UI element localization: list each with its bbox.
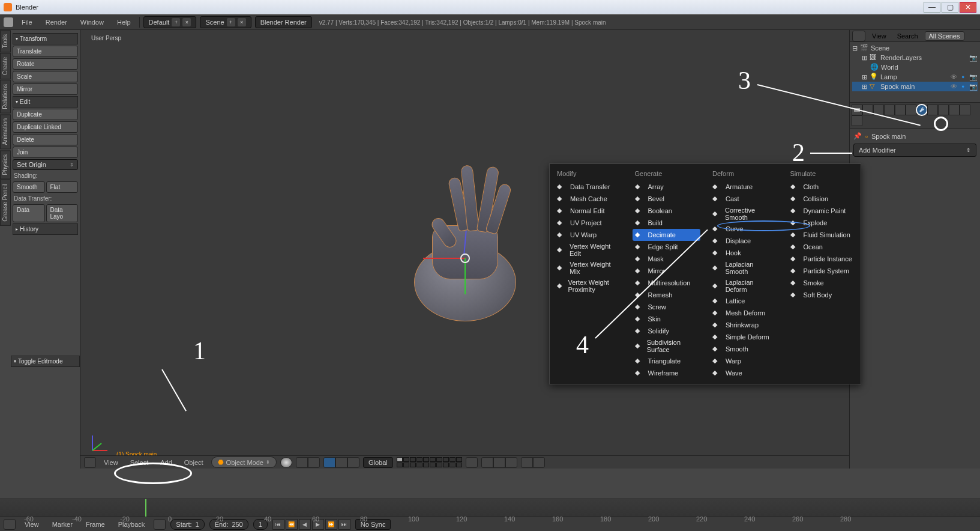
history-header[interactable]: History bbox=[13, 223, 78, 235]
mesh-object-hand[interactable] bbox=[399, 141, 531, 321]
duplicate-button[interactable]: Duplicate bbox=[13, 109, 78, 120]
auto-keyframe-icon[interactable] bbox=[154, 519, 166, 530]
pivot-toggle[interactable] bbox=[308, 457, 320, 468]
toggle-editmode-header[interactable]: Toggle Editmode bbox=[11, 356, 80, 367]
tab-grease-pencil[interactable]: Grease Pencil bbox=[0, 180, 11, 226]
modifier-item-vertex-weight-edit[interactable]: ◆Vertex Weight Edit bbox=[555, 241, 623, 259]
pin-icon[interactable]: 📌 bbox=[853, 132, 862, 140]
add-menu[interactable]: Add bbox=[156, 458, 176, 467]
tab-material-icon[interactable] bbox=[938, 105, 949, 115]
outliner-view-menu[interactable]: View bbox=[868, 31, 891, 41]
modifier-item-armature[interactable]: ◆Armature bbox=[710, 181, 778, 193]
edit-header[interactable]: Edit bbox=[13, 96, 78, 108]
modifier-item-collision[interactable]: ◆Collision bbox=[788, 193, 856, 205]
tab-create[interactable]: Create bbox=[0, 53, 11, 79]
render-anim-icon[interactable] bbox=[533, 457, 545, 468]
delete-button[interactable]: Delete bbox=[13, 134, 78, 145]
tree-world[interactable]: 🌐World bbox=[852, 62, 978, 72]
translate-button[interactable]: Translate bbox=[13, 46, 78, 57]
modifier-item-vertex-weight-mix[interactable]: ◆Vertex Weight Mix bbox=[555, 259, 623, 277]
object-menu[interactable]: Object bbox=[180, 458, 208, 467]
modifier-item-subdivision-surface[interactable]: ◆Subdivision Surface bbox=[633, 337, 701, 355]
scene-add-icon[interactable]: + bbox=[227, 18, 235, 26]
tab-object-icon[interactable] bbox=[895, 105, 906, 115]
timeline-frame-menu[interactable]: Frame bbox=[82, 520, 109, 529]
modifier-item-skin[interactable]: ◆Skin bbox=[633, 313, 701, 325]
modifier-item-laplacian-smooth[interactable]: ◆Laplacian Smooth bbox=[710, 259, 778, 277]
set-origin-select[interactable]: Set Origin bbox=[13, 159, 78, 170]
modifier-item-build[interactable]: ◆Build bbox=[633, 217, 701, 229]
tab-texture-icon[interactable] bbox=[949, 105, 960, 115]
modifier-item-data-transfer[interactable]: ◆Data Transfer bbox=[555, 181, 623, 193]
timeline-playback-menu[interactable]: Playback bbox=[114, 520, 149, 529]
modifier-item-wave[interactable]: ◆Wave bbox=[710, 367, 778, 379]
modifier-item-triangulate[interactable]: ◆Triangulate bbox=[633, 355, 701, 367]
editor-type-icon[interactable] bbox=[4, 519, 16, 530]
snap-closest-icon[interactable] bbox=[505, 457, 517, 468]
tab-relations[interactable]: Relations bbox=[0, 80, 11, 114]
mode-selector[interactable]: ⬣ Object Mode ⇕ bbox=[211, 457, 277, 468]
select-menu[interactable]: Select bbox=[126, 458, 153, 467]
play-reverse-icon[interactable]: ◀ bbox=[299, 519, 311, 530]
timeline-ruler[interactable]: -60-40-200204060801001201401601802002202… bbox=[0, 499, 980, 517]
modifier-item-hook[interactable]: ◆Hook bbox=[710, 247, 778, 259]
modifier-item-laplacian-deform[interactable]: ◆Laplacian Deform bbox=[710, 277, 778, 295]
tree-scene[interactable]: ⊟ 🎬Scene bbox=[852, 43, 978, 53]
modifier-item-fluid-simulation[interactable]: ◆Fluid Simulation bbox=[788, 229, 856, 241]
outliner-search-menu[interactable]: Search bbox=[893, 31, 922, 41]
modifier-item-uv-warp[interactable]: ◆UV Warp bbox=[555, 229, 623, 241]
modifier-item-smoke[interactable]: ◆Smoke bbox=[788, 277, 856, 289]
join-button[interactable]: Join bbox=[13, 147, 78, 158]
menu-window[interactable]: Window bbox=[76, 17, 109, 27]
snap-target-icon[interactable] bbox=[493, 457, 505, 468]
keyframe-next-icon[interactable]: ⏩ bbox=[325, 519, 337, 530]
modifier-item-multiresolution[interactable]: ◆Multiresolution bbox=[633, 277, 701, 289]
menu-render[interactable]: Render bbox=[41, 17, 72, 27]
tab-constraints-icon[interactable] bbox=[906, 105, 916, 115]
tab-physics-icon[interactable] bbox=[852, 115, 862, 126]
modifier-item-particle-instance[interactable]: ◆Particle Instance bbox=[788, 253, 856, 265]
modifier-item-vertex-weight-proximity[interactable]: ◆Vertex Weight Proximity bbox=[555, 277, 623, 295]
modifier-item-smooth[interactable]: ◆Smooth bbox=[710, 343, 778, 355]
scale-button[interactable]: Scale bbox=[13, 71, 78, 82]
shade-flat-button[interactable]: Flat bbox=[46, 181, 79, 193]
end-frame-field[interactable]: End:250 bbox=[209, 519, 248, 530]
layout-add-icon[interactable]: + bbox=[172, 18, 180, 26]
modifier-item-soft-body[interactable]: ◆Soft Body bbox=[788, 289, 856, 301]
modifier-item-bevel[interactable]: ◆Bevel bbox=[633, 193, 701, 205]
modifier-item-mask[interactable]: ◆Mask bbox=[633, 253, 701, 265]
modifier-item-ocean[interactable]: ◆Ocean bbox=[788, 241, 856, 253]
layout-delete-icon[interactable]: × bbox=[182, 18, 191, 26]
modifier-item-shrinkwrap[interactable]: ◆Shrinkwrap bbox=[710, 319, 778, 331]
screen-layout-selector[interactable]: Default + × bbox=[143, 16, 197, 28]
tree-spock-main[interactable]: ⊞ ▽Spock main👁 🔹 📷 bbox=[852, 82, 978, 91]
shading-sphere-icon[interactable] bbox=[280, 457, 292, 468]
keyframe-prev-icon[interactable]: ⏪ bbox=[286, 519, 298, 530]
modifier-item-displace[interactable]: ◆Displace bbox=[710, 235, 778, 247]
data-layout-button[interactable]: Data Layo bbox=[46, 204, 79, 222]
object-name[interactable]: Spock main bbox=[871, 133, 906, 140]
lock-camera-icon[interactable] bbox=[466, 457, 478, 468]
all-scenes-toggle[interactable]: All Scenes bbox=[925, 31, 964, 41]
snap-icon[interactable] bbox=[481, 457, 493, 468]
modifier-item-particle-system[interactable]: ◆Particle System bbox=[788, 265, 856, 277]
editor-type-icon[interactable] bbox=[84, 457, 96, 468]
modifier-item-solidify[interactable]: ◆Solidify bbox=[633, 325, 701, 337]
manip-scale-icon[interactable] bbox=[347, 457, 359, 468]
layer-buttons[interactable] bbox=[397, 457, 462, 467]
modifier-item-uv-project[interactable]: ◆UV Project bbox=[555, 217, 623, 229]
maximize-button[interactable]: ▢ bbox=[942, 2, 958, 13]
manipulator-z-axis[interactable] bbox=[464, 258, 466, 294]
modifier-item-wireframe[interactable]: ◆Wireframe bbox=[633, 367, 701, 379]
close-button[interactable]: ✕ bbox=[960, 2, 976, 13]
tab-animation[interactable]: Animation bbox=[0, 114, 11, 149]
minimize-button[interactable]: — bbox=[924, 2, 940, 13]
add-modifier-dropdown[interactable]: Add Modifier bbox=[853, 144, 976, 157]
jump-start-icon[interactable]: ⏮ bbox=[272, 519, 284, 530]
modifier-item-mirror[interactable]: ◆Mirror bbox=[633, 265, 701, 277]
menu-file[interactable]: File bbox=[17, 17, 37, 27]
data-button[interactable]: Data bbox=[13, 204, 45, 222]
tab-world-icon[interactable] bbox=[884, 105, 895, 115]
playhead[interactable] bbox=[145, 499, 146, 517]
scene-delete-icon[interactable]: × bbox=[238, 18, 246, 26]
